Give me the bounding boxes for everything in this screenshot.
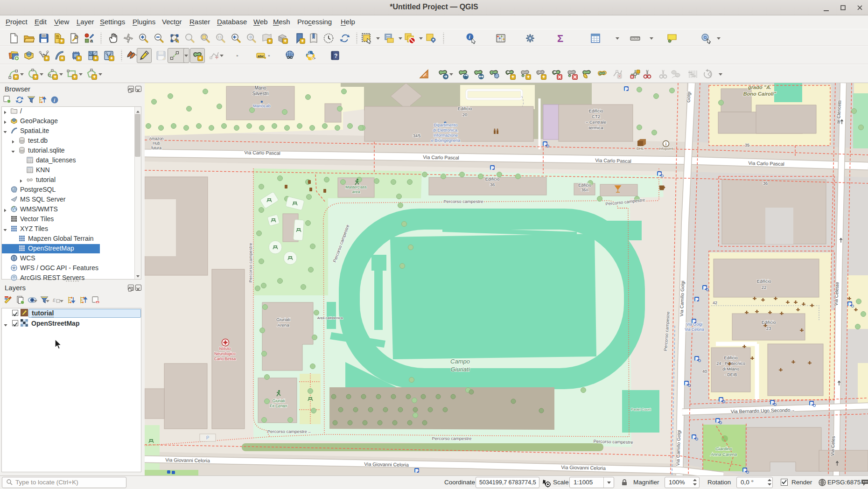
svg-text:>: > [313,56,315,61]
svg-text:Percorso campestre→: Percorso campestre→ [267,429,312,434]
svg-text:futura: futura [151,146,161,150]
svg-text:Percorso campestre: Percorso campestre [443,199,483,204]
svg-text:P: P [625,87,628,91]
svg-text:35: 35 [745,143,749,147]
svg-text:36: 36 [490,182,495,187]
svg-text:e Bioingegneria: e Bioingegneria [431,138,461,143]
svg-text:grado "A.: grado "A. [748,84,771,90]
svg-text:Bono Cairoli": Bono Cairoli" [743,91,777,97]
svg-text:abc: abc [258,54,264,58]
svg-text:P: P [716,419,719,423]
svg-text:Edificio: Edificio [578,183,591,188]
svg-text:Anna Carena: Anna Carena [710,452,737,457]
svg-text:P: P [415,468,418,473]
svg-text:Σ: Σ [557,33,563,44]
svg-text:1:1: 1:1 [217,35,222,39]
svg-text:area: area [352,189,360,194]
svg-text:20: 20 [462,112,468,117]
svg-text:P: P [771,400,774,405]
svg-text:36A: 36A [581,188,588,192]
svg-text:di Elettronica,: di Elettronica, [433,128,459,133]
svg-text:Campo: Campo [450,358,470,365]
svg-text:Percorso campestre: Percorso campestre [432,436,471,441]
svg-text:P: P [743,468,746,473]
svg-text:MarioLab: MarioLab [253,104,271,108]
svg-text:?: ? [334,53,337,59]
svg-text:Via Celes: Via Celes [830,436,836,456]
svg-text:Edificio: Edificio [458,106,472,111]
svg-text:42: 42 [713,300,717,305]
svg-text:Neurologico: Neurologico [214,351,236,356]
svg-text:P: P [544,142,546,147]
svg-text:CT2: CT2 [592,114,600,119]
svg-text:Giuriati: Giuriati [276,317,290,322]
svg-text:P: P [695,356,698,361]
svg-text:Percorso campestre: Percorso campestre [593,439,633,445]
svg-text:P: P [695,297,698,302]
svg-text:P: P [810,401,813,406]
svg-text:Edificio: Edificio [589,108,603,113]
svg-text:a: a [90,38,93,43]
svg-text:P: P [206,435,210,440]
svg-text:»: » [236,54,238,58]
svg-text:Fit Center: Fit Center [270,404,287,408]
svg-text:Infopoint: Infopoint [659,147,673,151]
svg-text:P: P [658,172,661,176]
svg-text:Silvestri: Silvestri [252,91,268,96]
svg-text:Mario: Mario [254,85,266,91]
svg-text:P: P [720,398,722,402]
svg-text:P: P [848,302,851,307]
svg-text:Area callistenica: Area callistenica [317,316,343,320]
svg-text:Edificio: Edificio [757,279,771,284]
svg-text:Via Carlo Pascal: Via Carlo Pascal [423,154,459,160]
svg-text:- DEIB: - DEIB [725,372,737,377]
svg-text:Percorso campestre: Percorso campestre [248,243,253,282]
svg-text:Istituto: Istituto [219,346,231,351]
svg-text:Via Giovanni Celoria: Via Giovanni Celoria [561,464,606,471]
svg-text:Giuriati: Giuriati [450,366,470,373]
svg-text:DHL: DHL [637,147,644,151]
svg-text:34/5: 34/5 [413,133,421,138]
svg-text:P: P [703,286,706,290]
svg-text:Amazon: Amazon [149,136,163,141]
svg-text:Edificio: Edificio [485,176,500,182]
svg-text:– Centrale: – Centrale [586,119,606,125]
svg-text:P: P [693,435,695,440]
svg-text:Hub: Hub [153,141,160,146]
svg-text:Edificio: Edificio [724,356,737,360]
svg-text:P: P [685,381,688,386]
svg-text:Padel Court: Padel Court [631,407,651,412]
svg-text:Via Celoria: Via Celoria [685,327,704,332]
svg-text:40: 40 [702,369,707,374]
svg-text:termica: termica [588,125,603,130]
svg-text:Via Giovanni Celoria: Via Giovanni Celoria [364,461,409,468]
svg-text:V: V [13,266,15,270]
svg-text:Via Carlo Pascal: Via Carlo Pascal [244,149,280,155]
svg-text:Dipartimento: Dipartimento [434,123,457,127]
svg-text:P: P [491,166,494,170]
svg-text:P: P [693,319,695,324]
svg-text:22: 22 [762,285,767,290]
svg-text:di Milano: di Milano [722,367,739,371]
svg-text:Arena: Arena [277,322,289,328]
svg-text:Via Carlo Pascal: Via Carlo Pascal [748,160,784,167]
svg-text:Via Carlo Pascal: Via Carlo Pascal [595,157,631,164]
svg-text:i: i [665,142,667,147]
svg-text:Giardino: Giardino [715,446,732,451]
svg-text:Carlo Bessa: Carlo Bessa [214,356,236,361]
svg-text:ε: ε [53,296,56,303]
svg-text:Masterclass: Masterclass [345,185,366,189]
svg-text:»: » [268,54,270,58]
svg-text:Informazione: Informazione [434,133,458,138]
svg-text:36: 36 [763,181,768,186]
svg-text:Golgi: Golgi [686,91,692,103]
svg-text:Via Giovanni Celoria: Via Giovanni Celoria [165,457,210,463]
svg-text:Giuriati: Giuriati [273,398,285,403]
svg-text:23: 23 [766,326,771,331]
svg-text:Edificio: Edificio [762,320,776,325]
